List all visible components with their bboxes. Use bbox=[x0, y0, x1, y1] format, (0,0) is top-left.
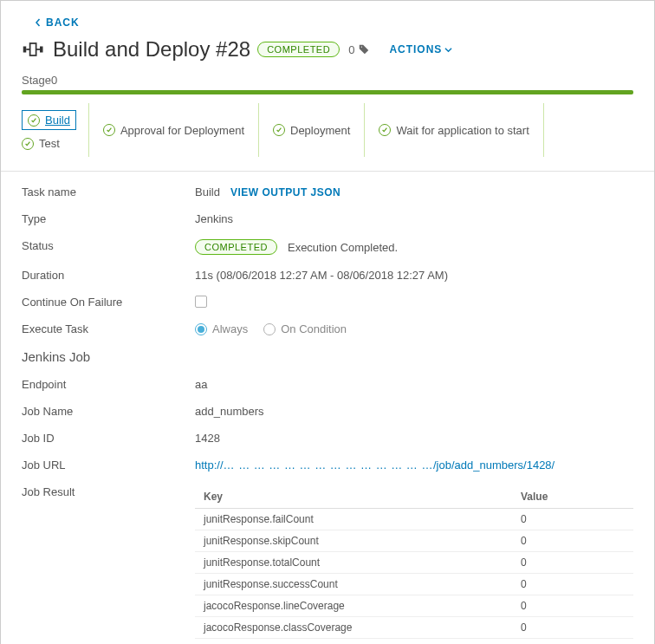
task-wait[interactable]: Wait for application to start bbox=[365, 103, 543, 157]
joburl-blurred: … … … … … … … … … … … … … … bbox=[224, 459, 433, 472]
joburl-suffix: /job/add_numbers/1428/ bbox=[433, 459, 554, 472]
task-test[interactable]: Test bbox=[22, 137, 76, 150]
cell-key: junitResponse.successCount bbox=[195, 574, 512, 595]
jobname-label: Job Name bbox=[22, 405, 195, 418]
type-label: Type bbox=[22, 212, 195, 225]
cell-value: 0 bbox=[512, 530, 633, 552]
joburl-link[interactable]: http://… … … … … … … … … … … … … …/job/a… bbox=[195, 459, 554, 472]
jobresult-label: Job Result bbox=[22, 485, 195, 498]
jobresult-table: Key Value junitResponse.failCount0 junit… bbox=[195, 485, 633, 639]
status-label: Status bbox=[22, 239, 195, 252]
check-icon bbox=[273, 124, 285, 136]
task-label: Approval for Deployment bbox=[120, 124, 244, 137]
actions-menu[interactable]: ACTIONS bbox=[389, 43, 452, 55]
continue-on-failure-checkbox[interactable] bbox=[195, 296, 207, 308]
svg-rect-2 bbox=[40, 47, 43, 53]
type-value: Jenkins bbox=[195, 212, 233, 225]
radio-always-label: Always bbox=[212, 322, 248, 335]
radio-icon bbox=[195, 323, 207, 335]
svg-rect-0 bbox=[23, 47, 27, 53]
table-row: junitResponse.failCount0 bbox=[195, 509, 633, 530]
cell-value: 0 bbox=[512, 574, 633, 595]
jobid-value: 1428 bbox=[195, 432, 220, 445]
cell-key: jacocoResponse.lineCoverage bbox=[195, 595, 512, 617]
duration-label: Duration bbox=[22, 269, 195, 282]
check-icon bbox=[103, 124, 115, 136]
task-deployment[interactable]: Deployment bbox=[259, 103, 365, 157]
joburl-prefix: http:// bbox=[195, 459, 224, 472]
status-badge-detail: COMPLETED bbox=[195, 239, 277, 255]
tasks-row: Build Test Approval for Deployment Deplo… bbox=[22, 103, 633, 157]
chevron-left-icon bbox=[34, 18, 42, 27]
check-icon bbox=[28, 114, 40, 127]
task-group-1: Build Test bbox=[22, 103, 89, 157]
cell-value: 0 bbox=[512, 509, 633, 530]
tag-icon bbox=[358, 43, 370, 55]
cell-value: 0 bbox=[512, 595, 633, 617]
jobname-value: add_numbers bbox=[195, 405, 264, 418]
jobid-label: Job ID bbox=[22, 432, 195, 445]
title-row: Build and Deploy #28 COMPLETED 0 ACTIONS bbox=[22, 37, 633, 62]
stage-progress bbox=[22, 90, 633, 94]
task-name-label: Task name bbox=[22, 185, 195, 198]
status-text: Execution Completed. bbox=[288, 241, 398, 254]
chevron-down-icon bbox=[444, 46, 452, 54]
table-row: junitResponse.skipCount0 bbox=[195, 530, 633, 552]
cell-value: 0 bbox=[512, 552, 633, 574]
radio-icon bbox=[263, 323, 276, 335]
tag-count-number: 0 bbox=[348, 43, 354, 56]
joburl-label: Job URL bbox=[22, 459, 195, 472]
cell-value: 0 bbox=[512, 617, 633, 639]
table-row: junitResponse.successCount0 bbox=[195, 574, 633, 595]
check-icon bbox=[22, 138, 34, 150]
cell-key: junitResponse.totalCount bbox=[195, 552, 512, 574]
cell-key: junitResponse.skipCount bbox=[195, 530, 512, 552]
execute-task-label: Execute Task bbox=[22, 322, 195, 335]
check-icon bbox=[379, 124, 391, 136]
duration-value: 11s (08/06/2018 12:27 AM - 08/06/2018 12… bbox=[195, 269, 448, 282]
task-label: Test bbox=[39, 137, 60, 150]
table-row: jacocoResponse.classCoverage0 bbox=[195, 617, 633, 639]
task-approval[interactable]: Approval for Deployment bbox=[89, 103, 259, 157]
radio-always[interactable]: Always bbox=[195, 322, 248, 335]
pipeline-icon bbox=[22, 37, 46, 62]
task-label: Build bbox=[45, 114, 70, 127]
continue-on-failure-label: Continue On Failure bbox=[22, 296, 195, 309]
svg-rect-1 bbox=[30, 43, 36, 55]
view-output-link[interactable]: VIEW OUTPUT JSON bbox=[230, 186, 340, 198]
col-key: Key bbox=[195, 485, 512, 509]
divider bbox=[1, 171, 654, 172]
status-badge: COMPLETED bbox=[257, 42, 340, 57]
table-row: jacocoResponse.lineCoverage0 bbox=[195, 595, 633, 617]
task-name-value: Build bbox=[195, 185, 220, 198]
task-label: Wait for application to start bbox=[396, 124, 529, 137]
stage-label: Stage0 bbox=[22, 74, 633, 87]
task-label: Deployment bbox=[290, 124, 350, 137]
endpoint-label: Endpoint bbox=[22, 378, 195, 391]
cell-key: junitResponse.failCount bbox=[195, 509, 512, 530]
col-value: Value bbox=[512, 485, 633, 509]
cell-key: jacocoResponse.classCoverage bbox=[195, 617, 512, 639]
endpoint-value: aa bbox=[195, 378, 207, 391]
radio-condition-label: On Condition bbox=[281, 322, 347, 335]
table-row: junitResponse.totalCount0 bbox=[195, 552, 633, 574]
radio-on-condition[interactable]: On Condition bbox=[263, 322, 347, 335]
page-title: Build and Deploy #28 bbox=[53, 37, 250, 62]
actions-label: ACTIONS bbox=[389, 43, 442, 55]
back-link[interactable]: BACK bbox=[34, 16, 80, 29]
back-label: BACK bbox=[46, 16, 80, 29]
task-build[interactable]: Build bbox=[22, 110, 76, 130]
tag-count: 0 bbox=[348, 43, 370, 56]
jenkins-section-title: Jenkins Job bbox=[22, 349, 633, 364]
